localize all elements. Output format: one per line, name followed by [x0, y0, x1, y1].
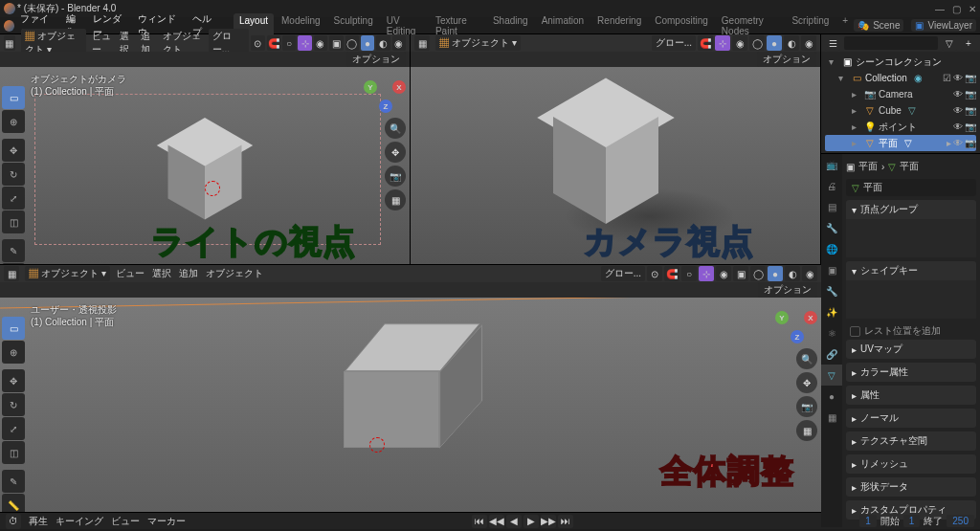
camera-icon[interactable]: 📷 [796, 396, 817, 417]
tool-annotate[interactable]: ✎ [2, 470, 25, 493]
perspective-icon[interactable]: ▦ [385, 189, 406, 210]
ptab-viewlayer[interactable]: ▤ [821, 196, 842, 217]
shade-solid-icon[interactable]: ● [768, 266, 783, 281]
end-frame[interactable]: 250 [947, 515, 974, 527]
item-plane[interactable]: ▸▽平面 ▽ ▸👁📷 [825, 135, 976, 151]
ptab-data[interactable]: ▽ [821, 365, 842, 386]
collection-row[interactable]: ▾▭Collection ◉ ☑👁📷 [825, 70, 976, 86]
current-frame[interactable]: 1 [859, 515, 877, 527]
tool-rotate[interactable]: ↻ [2, 393, 25, 416]
ptab-constraint[interactable]: 🔗 [821, 343, 842, 365]
prev-key-icon[interactable]: ◀◀ [489, 515, 504, 528]
shade-solid-icon[interactable]: ● [767, 35, 782, 51]
tl-menu-view[interactable]: ビュー [111, 515, 140, 528]
ptab-render[interactable]: 📺 [821, 154, 842, 175]
ptab-world[interactable]: 🌐 [821, 238, 842, 259]
editor-type-icon[interactable]: ▦ [4, 35, 15, 51]
shade-matprev-icon[interactable]: ◐ [784, 35, 799, 51]
ptab-object[interactable]: ▣ [821, 259, 842, 280]
outliner-type-icon[interactable]: ☰ [825, 35, 840, 51]
orientation-select[interactable]: グロー... [601, 266, 645, 281]
filter-icon[interactable]: ▽ [942, 35, 957, 51]
pivot-icon[interactable]: ⊙ [647, 266, 662, 281]
shade-wire-icon[interactable]: ◯ [345, 35, 359, 51]
shade-solid-icon[interactable]: ● [361, 35, 374, 51]
shade-render-icon[interactable]: ◉ [392, 35, 406, 51]
editor-type-icon[interactable]: ▦ [4, 266, 19, 281]
tool-rotate[interactable]: ↻ [2, 163, 25, 186]
tool-measure[interactable]: 📏 [2, 494, 25, 512]
ptab-modifier[interactable]: 🔧 [821, 280, 842, 301]
play-icon[interactable]: ▶ [523, 515, 539, 528]
tool-select[interactable]: ▭ [2, 317, 25, 340]
next-key-icon[interactable]: ▶▶ [541, 515, 556, 528]
panel-geodata[interactable]: ▸形状データ [846, 477, 976, 497]
overlay-icon[interactable]: ◉ [716, 266, 731, 281]
snap-icon[interactable]: 🧲 [664, 266, 679, 281]
timeline-type-icon[interactable]: ⏱ [6, 514, 21, 529]
snap-icon[interactable]: 🧲 [267, 35, 280, 51]
tool-scale[interactable]: ⤢ [2, 187, 25, 210]
maximize-button[interactable]: ▢ [952, 4, 961, 14]
camera-icon[interactable]: 📷 [385, 166, 406, 187]
zoom-icon[interactable]: 🔍 [796, 348, 817, 369]
tl-menu-play[interactable]: 再生 [29, 515, 48, 528]
panel-remesh[interactable]: ▸リメッシュ [846, 454, 976, 474]
tool-transform[interactable]: ◫ [2, 441, 25, 464]
perspective-icon[interactable]: ▦ [796, 420, 817, 441]
tool-cursor[interactable]: ⊕ [2, 341, 25, 364]
options-button[interactable]: オプション [757, 52, 816, 67]
shade-wire-icon[interactable]: ◯ [750, 266, 766, 281]
close-button[interactable]: ✕ [969, 4, 976, 14]
options-button[interactable]: オプション [346, 52, 406, 67]
gizmo-icon[interactable]: ⊹ [699, 266, 714, 281]
shade-render-icon[interactable]: ◉ [801, 35, 816, 51]
item-light[interactable]: ▸💡ポイント 👁📷 [825, 119, 976, 135]
proportional-icon[interactable]: ○ [282, 35, 296, 51]
axis-gizmo[interactable]: XYZ [775, 303, 817, 345]
pivot-icon[interactable]: ⊙ [251, 35, 264, 51]
axis-gizmo[interactable]: XYZ [364, 73, 406, 115]
vp-menu-view[interactable]: ビュー [116, 267, 145, 280]
tool-select[interactable]: ▭ [2, 86, 25, 109]
ptab-material[interactable]: ● [821, 386, 842, 407]
item-camera[interactable]: ▸📷Camera 👁📷 [825, 86, 976, 102]
play-rev-icon[interactable]: ◀ [506, 515, 522, 528]
minimize-button[interactable]: — [935, 4, 945, 14]
ptab-scene[interactable]: 🔧 [821, 217, 842, 238]
panel-texspace[interactable]: ▸テクスチャ空間 [846, 431, 976, 451]
start-frame[interactable]: 1 [903, 515, 921, 527]
panel-normals[interactable]: ▸ノーマル [846, 409, 976, 428]
item-cube[interactable]: ▸▽Cube ▽ 👁📷 [825, 102, 976, 119]
vp-menu-object[interactable]: オブジェクト [206, 267, 263, 280]
mode-select[interactable]: ▦ オブジェクト ▾ [435, 35, 521, 51]
outliner-search[interactable] [844, 36, 938, 50]
tool-scale[interactable]: ⤢ [2, 417, 25, 440]
tool-cursor[interactable]: ⊕ [2, 110, 25, 133]
vp-menu-select[interactable]: 選択 [152, 267, 171, 280]
snap-icon[interactable]: 🧲 [698, 35, 713, 51]
editor-type-icon[interactable]: ▦ [414, 35, 430, 51]
tool-move[interactable]: ✥ [2, 139, 25, 162]
tool-transform[interactable]: ◫ [2, 210, 25, 233]
mode-select[interactable]: ▦ オブジェクト ▾ [25, 266, 110, 281]
panel-uvmap[interactable]: ▸UVマップ [846, 340, 976, 359]
overlay-icon[interactable]: ◉ [314, 35, 327, 51]
shade-matprev-icon[interactable]: ◐ [785, 266, 800, 281]
tool-annotate[interactable]: ✎ [2, 239, 25, 262]
ptab-particle[interactable]: ✨ [821, 301, 842, 322]
gizmo-icon[interactable]: ⊹ [298, 35, 311, 51]
gizmo-icon[interactable]: ⊹ [715, 35, 730, 51]
jump-end-icon[interactable]: ⏭ [558, 515, 573, 528]
proportional-icon[interactable]: ○ [681, 266, 697, 281]
ptab-texture[interactable]: ▦ [821, 407, 842, 428]
orientation-select[interactable]: グロー... [652, 35, 696, 51]
jump-start-icon[interactable]: ⏮ [472, 515, 487, 528]
xray-icon[interactable]: ▣ [733, 266, 748, 281]
pan-icon[interactable]: ✥ [385, 142, 406, 163]
zoom-icon[interactable]: 🔍 [385, 118, 406, 139]
panel-attributes[interactable]: ▸属性 [846, 386, 976, 405]
viewlayer-selector[interactable]: ▣ViewLayer [911, 19, 976, 32]
shade-wire-icon[interactable]: ◯ [749, 35, 765, 51]
tl-menu-marker[interactable]: マーカー [147, 515, 186, 528]
